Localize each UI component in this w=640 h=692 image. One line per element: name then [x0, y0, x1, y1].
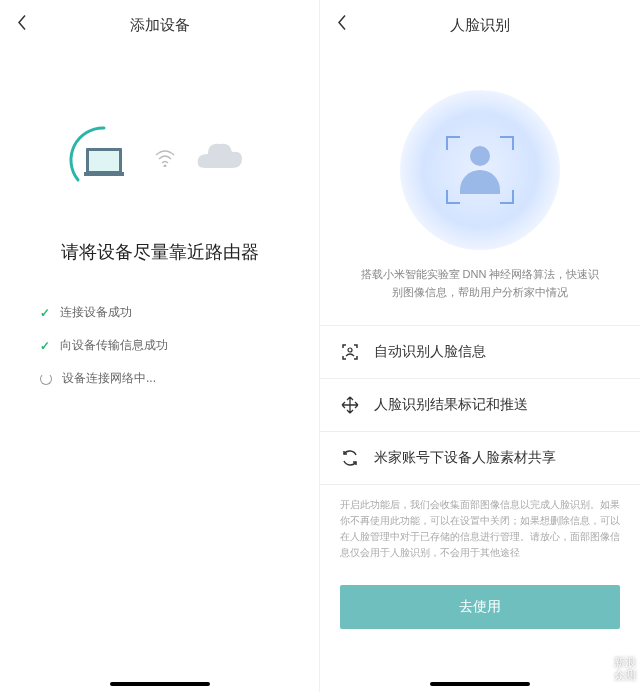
button-label: 去使用	[459, 598, 501, 616]
feature-list: 自动识别人脸信息 人脸识别结果标记和推送 米家账号下设备人脸素材共享	[320, 325, 640, 485]
svg-point-4	[348, 348, 352, 352]
face-frame-icon	[446, 136, 514, 204]
spinner-icon	[40, 373, 52, 385]
description-text: 搭载小米智能实验室 DNN 神经网络算法，快速识 别图像信息，帮助用户分析家中情…	[321, 266, 640, 301]
face-graphic	[400, 90, 560, 250]
feature-label: 米家账号下设备人脸素材共享	[374, 449, 556, 467]
status-item-transferred: ✓ 向设备传输信息成功	[40, 337, 279, 354]
move-icon	[340, 395, 360, 415]
cloud-icon	[194, 140, 244, 180]
back-icon[interactable]	[16, 14, 28, 37]
feature-label: 人脸识别结果标记和推送	[374, 396, 528, 414]
svg-point-3	[163, 165, 166, 168]
status-item-connected: ✓ 连接设备成功	[40, 304, 279, 321]
content: 搭载小米智能实验室 DNN 神经网络算法，快速识 别图像信息，帮助用户分析家中情…	[320, 50, 640, 629]
content: 请将设备尽量靠近路由器 ✓ 连接设备成功 ✓ 向设备传输信息成功 设备连接网络中…	[0, 50, 319, 403]
home-indicator[interactable]	[110, 682, 210, 686]
feature-mark-push: 人脸识别结果标记和推送	[320, 379, 640, 432]
connection-graphic	[76, 130, 244, 190]
status-list: ✓ 连接设备成功 ✓ 向设备传输信息成功 设备连接网络中...	[0, 304, 319, 403]
feature-auto-detect: 自动识别人脸信息	[320, 325, 640, 379]
status-label: 连接设备成功	[60, 304, 132, 321]
home-indicator[interactable]	[430, 682, 530, 686]
use-button[interactable]: 去使用	[340, 585, 620, 629]
back-icon[interactable]	[336, 14, 348, 37]
sync-icon	[340, 448, 360, 468]
header: 人脸识别	[320, 0, 640, 50]
face-recognition-screen: 人脸识别 搭载小米智能实验室 DNN 神经网络算法，快速识 别图像信息，帮助用户…	[320, 0, 640, 692]
status-label: 设备连接网络中...	[62, 370, 156, 387]
page-title: 人脸识别	[450, 16, 510, 35]
feature-share: 米家账号下设备人脸素材共享	[320, 432, 640, 485]
status-item-connecting: 设备连接网络中...	[40, 370, 279, 387]
check-icon: ✓	[40, 306, 50, 320]
feature-label: 自动识别人脸信息	[374, 343, 486, 361]
page-title: 添加设备	[130, 16, 190, 35]
wifi-icon	[154, 149, 176, 171]
disclaimer-text: 开启此功能后，我们会收集面部图像信息以完成人脸识别。如果你不再使用此功能，可以在…	[320, 485, 640, 561]
scan-icon	[340, 342, 360, 362]
instruction-text: 请将设备尽量靠近路由器	[61, 240, 259, 264]
person-icon	[460, 146, 500, 194]
header: 添加设备	[0, 0, 319, 50]
status-label: 向设备传输信息成功	[60, 337, 168, 354]
check-icon: ✓	[40, 339, 50, 353]
device-icon	[76, 130, 136, 190]
watermark: 新浪众测	[614, 656, 636, 682]
add-device-screen: 添加设备 请将设备尽量靠近路由器 ✓ 连接设备成功	[0, 0, 320, 692]
